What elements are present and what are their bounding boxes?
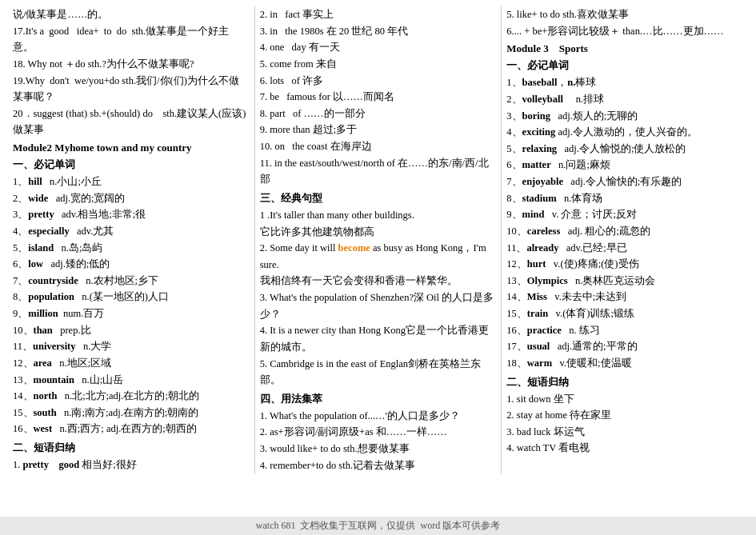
phrase3-2: 2. stay at home 待在家里	[506, 407, 743, 424]
phrase3-4: 4. watch TV 看电视	[506, 440, 743, 457]
vocab3-item-14: 14、Miss v.未去中;未达到	[506, 289, 743, 305]
page-container: 说/做某事是……的。 17.It's a good idea+ to do st…	[0, 0, 756, 480]
vocab-item-1: 1、hill n.小山;小丘	[13, 174, 250, 190]
col1-section1-title: 一、必记单词	[13, 158, 250, 172]
phrase-col1-1: 1. pretty good 相当好;很好	[13, 457, 250, 473]
phrase-11: 11. in the east/south/west/north of 在……的…	[260, 155, 497, 188]
vocab3-item-10: 10、careless adj. 粗心的;疏忽的	[506, 223, 743, 240]
phrase3-1: 1. sit down 坐下	[506, 391, 743, 408]
vocab-list-col1: 1、hill n.小山;小丘 2、wide adj.宽的;宽阔的 3、prett…	[13, 174, 250, 437]
sentence-1-cn: 它比许多其他建筑物都高	[260, 224, 497, 241]
phrase3-3: 3. bad luck 坏运气	[506, 424, 743, 441]
phrase-8: 8. part of ……的一部分	[260, 106, 497, 122]
vocab-item-3: 3、pretty adv.相当地;非常;很	[13, 206, 250, 223]
sentence-4: 4. It is a newer city than Hong Kong它是一个…	[260, 322, 497, 355]
vocab-item-10: 10、than prep.比	[13, 322, 250, 339]
vocab3-item-18: 18、warm v.使暖和;使温暖	[506, 355, 743, 372]
module2-title: Module2 Myhome town and my country	[13, 142, 250, 154]
vocab3-item-11: 11、already adv.已经;早已	[506, 240, 743, 257]
vocab-item-4: 4、especially adv.尤其	[13, 223, 250, 240]
vocab3-item-3: 3、boring adj.烦人的;无聊的	[506, 108, 743, 125]
col1-section2-title: 二、短语归纳	[13, 441, 250, 455]
usage-4: 4. remember+to do sth.记着去做某事	[260, 457, 497, 474]
phrase-9: 9. more than 超过;多于	[260, 122, 497, 138]
vocab3-item-4: 4、exciting adj.令人激动的，使人兴奋的。	[506, 124, 743, 141]
vocab3-item-1: 1、baseball，n.棒球	[506, 74, 743, 91]
vocab-item-13: 13、mountain n.山;山岳	[13, 372, 250, 389]
vocab-item-7: 7、countryside n.农村地区;乡下	[13, 273, 250, 289]
phrase-6: 6. lots of 许多	[260, 73, 497, 90]
sentence-3: 3. What's the population of Shenzhen?深 O…	[260, 289, 497, 322]
vocab-item-8: 8、population n.(某一地区的)人口	[13, 289, 250, 305]
phrase-10: 10. on the coast 在海岸边	[260, 138, 497, 155]
footer-text: watch 681	[256, 520, 296, 531]
vocab-item-15: 15、south n.南;南方;adj.在南方的;朝南的	[13, 405, 250, 421]
col2-section3-title: 三、经典句型	[260, 191, 497, 206]
footer-bar: watch 681 文档收集于互联网，仅提供 word 版本可供参考	[0, 517, 756, 535]
vocab3-item-9: 9、mind v. 介意；讨厌;反对	[506, 206, 743, 223]
phrase-5: 5. come from 来自	[260, 56, 497, 73]
usage-3: 3. would like+ to do sth.想要做某事	[260, 441, 497, 457]
vocab3-item-15: 15、train v.(体育)训练;锻练	[506, 305, 743, 322]
vocab3-item-17: 17、usual adj.通常的;平常的	[506, 338, 743, 355]
sentence-2-en: 2. Some day it will become as busy as Ho…	[260, 240, 497, 273]
top-line-2: 17.It's a good idea+ to do sth.做某事是一个好主意…	[13, 23, 250, 56]
vocab-list-col3: 1、baseball，n.棒球 2、volleyball n.排球 3、bori…	[506, 74, 743, 371]
col3-section2-title: 二、短语归纳	[506, 375, 743, 389]
vocab-item-2: 2、wide adj.宽的;宽阔的	[13, 190, 250, 207]
vocab-item-5: 5、island n.岛;岛屿	[13, 240, 250, 257]
col3-section1-title: 一、必记单词	[506, 58, 743, 73]
phrase-3: 3. in the 1980s 在 20 世纪 80 年代	[260, 23, 497, 40]
vocab3-item-6: 6、matter n.问题;麻烦	[506, 157, 743, 174]
vocab-item-9: 9、million num.百万	[13, 305, 250, 322]
phrase-4: 4. one day 有一天	[260, 39, 497, 56]
vocab-item-14: 14、north n.北;北方;adj.在北方的;朝北的	[13, 388, 250, 405]
usage-5: 5. like+ to do sth.喜欢做某事	[506, 6, 743, 23]
column-1: 说/做某事是……的。 17.It's a good idea+ to do st…	[8, 6, 255, 473]
top-line-4: 19.Why don't we/you+do sth.我们/你(们)为什么不做某…	[13, 73, 250, 106]
top-line-1: 说/做某事是……的。	[13, 6, 250, 23]
sentence-1-en: 1 .It's taller than many other buildings…	[260, 207, 497, 224]
top-line-3: 18. Why not ＋do sth.?为什么不做某事呢?	[13, 56, 250, 73]
vocab3-item-8: 8、stadium n.体育场	[506, 190, 743, 207]
vocab3-item-12: 12、hurt v.(使)疼痛;(使)受伤	[506, 256, 743, 273]
column-3: 5. like+ to do sth.喜欢做某事 6.... + be+形容词比…	[502, 6, 748, 473]
usage-2: 2. as+形容词/副词原级+as 和……一样……	[260, 424, 497, 441]
vocab3-item-5: 5、relaxing adj.令人愉悦的;使人放松的	[506, 141, 743, 158]
vocab-item-11: 11、university n.大学	[13, 338, 250, 355]
sentence-5: 5. Cambridge is in the east of Englan剑桥在…	[260, 356, 497, 389]
usage-6: 6.... + be+形容词比较级＋ than.…比……更加……	[506, 23, 743, 40]
vocab3-item-13: 13、Olympics n.奥林匹克运动会	[506, 273, 743, 289]
vocab-item-6: 6、low adj.矮的;低的	[13, 256, 250, 273]
vocab3-item-16: 16、practice n. 练习	[506, 322, 743, 339]
usage-1: 1. What's the population of...…'的人口是多少？	[260, 408, 497, 425]
vocab-item-16: 16、west n.西;西方; adj.在西方的;朝西的	[13, 421, 250, 437]
module3-title: Module 3 Sports	[506, 42, 743, 55]
column-2: 2. in fact 事实上 3. in the 1980s 在 20 世纪 8…	[255, 6, 502, 473]
sentence-2-cn: 我相信终有一天它会变得和香港一样繁华。	[260, 273, 497, 289]
phrase-2: 2. in fact 事实上	[260, 6, 497, 23]
vocab3-item-2: 2、volleyball n.排球	[506, 91, 743, 108]
col2-section4-title: 四、用法集萃	[260, 392, 497, 406]
top-line-5: 20．suggest (that) sb.+(should) do sth.建议…	[13, 106, 250, 138]
vocab3-item-7: 7、enjoyable adj.令人愉快的;有乐趣的	[506, 174, 743, 190]
vocab-item-12: 12、area n.地区;区域	[13, 355, 250, 372]
phrase-7: 7. be famous for 以……而闻名	[260, 89, 497, 106]
